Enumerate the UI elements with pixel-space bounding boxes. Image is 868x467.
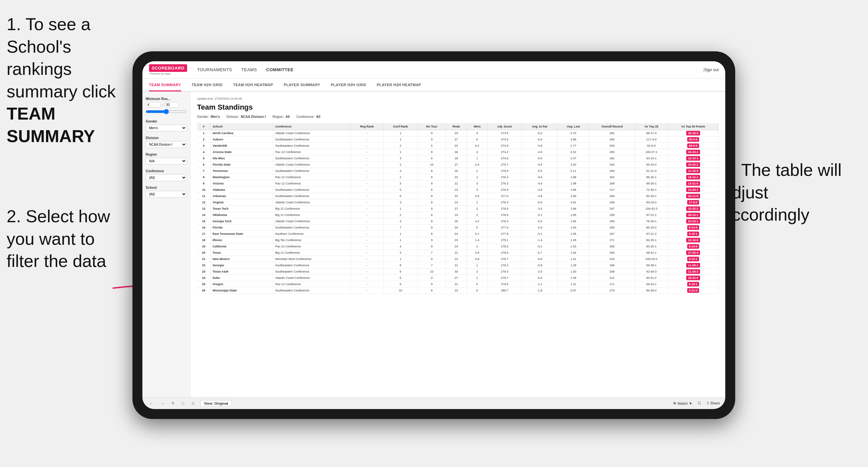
- sign-out-button[interactable]: Sign out: [704, 68, 719, 72]
- score-badge: 33-25-2: [686, 162, 700, 167]
- rank-to-input[interactable]: [164, 102, 179, 107]
- table-row[interactable]: 13Texas TechBig 12 Conference-19272276.9…: [197, 206, 719, 212]
- division-label: Division: [146, 136, 187, 140]
- division-select[interactable]: NCAA Division I NCAA Division II NCAA Di…: [146, 141, 187, 148]
- score-badge: 30-4-0: [687, 137, 699, 142]
- division-section: Division NCAA Division I NCAA Division I…: [146, 136, 187, 148]
- table-row[interactable]: 15Georgia TechAtlantic Coast Conference-…: [197, 218, 719, 224]
- tab-player-summary[interactable]: PLAYER SUMMARY: [284, 79, 320, 91]
- table-row[interactable]: 7TennesseeSoutheastern Conference-481622…: [197, 168, 719, 174]
- table-row[interactable]: 1North CarolinaAtlantic Coast Conference…: [197, 130, 719, 136]
- table-row[interactable]: 17East Tennessee StateSouthern Conferenc…: [197, 231, 719, 237]
- tablet-device: SCOREBOARD Powered by clippi TOURNAMENTS…: [132, 51, 735, 419]
- table-row[interactable]: 18IllinoisBig Ten Conference-19231.4279.…: [197, 237, 719, 243]
- table-body: 1North CarolinaAtlantic Coast Conference…: [197, 130, 719, 294]
- table-row[interactable]: 25OregonPac-12 Conference-59210279.5-1.1…: [197, 281, 719, 287]
- table-row[interactable]: 2AuburnSoutheastern Conference-19276273.…: [197, 136, 719, 143]
- score-badge: 9-24-0: [687, 225, 699, 230]
- nav-teams[interactable]: TEAMS: [241, 67, 257, 73]
- view-original-button[interactable]: View: Original: [200, 400, 232, 407]
- back-button[interactable]: ←: [148, 401, 155, 406]
- gender-filter-display: Gender: Men's: [197, 115, 220, 119]
- table-row[interactable]: 22GeorgiaSoutheastern Conference-8721127…: [197, 262, 719, 269]
- gender-select[interactable]: Men's Women's: [146, 125, 187, 131]
- score-badge: 11-29-1: [686, 263, 700, 268]
- table-row[interactable]: 6Florida StateAtlantic Coast Conference-…: [197, 162, 719, 168]
- table-row[interactable]: 9ArizonaPac-12 Conference-38223276.3-4.6…: [197, 181, 719, 187]
- region-filter-display: Region: All: [273, 115, 290, 119]
- score-badge: 11-19-0: [686, 168, 700, 173]
- sidebar-filters: Minimum Rou... - Gender Men's Women's: [143, 92, 190, 397]
- col-adj-score: Adj. Score: [488, 123, 522, 130]
- table-row[interactable]: 12VirginiaAtlantic Coast Conference-3824…: [197, 199, 719, 206]
- nav-tournaments[interactable]: TOURNAMENTS: [197, 67, 232, 73]
- table-row[interactable]: 23Texas A&MSoutheastern Conference-91030…: [197, 269, 719, 275]
- score-badge: 17-9-0: [687, 200, 699, 205]
- instruction-3: 3. The table will adjust accordingly: [722, 159, 848, 226]
- score-badge: 17-33-3: [686, 250, 700, 255]
- rank-slider[interactable]: [146, 109, 187, 114]
- share-small-button[interactable]: □: [180, 401, 186, 406]
- logo-area: SCOREBOARD Powered by clippi: [149, 64, 187, 75]
- tab-team-h2h-heatmap[interactable]: TEAM H2H HEATMAP: [233, 79, 273, 91]
- table-row[interactable]: 11ArkansasSoutheastern Conference-68233.…: [197, 193, 719, 199]
- table-row[interactable]: 3VanderbiltSoutheastern Conference-25236…: [197, 143, 719, 149]
- forward-button[interactable]: →: [159, 401, 166, 406]
- logo: SCOREBOARD: [149, 64, 187, 72]
- table-row[interactable]: 5Ole MissSoutheastern Conference-3618127…: [197, 155, 719, 162]
- bottom-bar: ← → ↻ □ ⏲ View: Original 👁 Watch ▼ ☷ ⇧ S…: [143, 397, 725, 409]
- table-row[interactable]: 10AlabamaSoutheastern Conference-5623327…: [197, 187, 719, 193]
- sub-nav: TEAM SUMMARY TEAM H2H GRID TEAM H2H HEAT…: [143, 79, 725, 92]
- col-rank: #: [197, 123, 211, 130]
- score-badge: 43-23-1: [686, 150, 700, 154]
- table-row[interactable]: 16FloridaSoutheastern Conference-7924527…: [197, 224, 719, 231]
- score-badge: 11-28-3: [686, 269, 700, 274]
- tab-team-summary[interactable]: TEAM SUMMARY: [149, 79, 181, 91]
- score-badge: 42-18-0: [686, 131, 700, 135]
- col-reg-rank: Reg Rank: [351, 123, 383, 130]
- table-row[interactable]: 24DukeAtlantic Coast Conference-59271279…: [197, 275, 719, 281]
- rank-from-input[interactable]: [146, 102, 161, 107]
- instruction-1: 1. To see a School's rankings summary cl…: [7, 13, 132, 148]
- refresh-button[interactable]: ↻: [169, 400, 177, 406]
- score-badge: 14-21-0: [686, 181, 700, 186]
- nav-committee[interactable]: COMMITTEE: [266, 67, 294, 73]
- clock-icon: ⏲: [189, 401, 197, 406]
- watch-button[interactable]: 👁 Watch ▼: [673, 401, 692, 405]
- score-badge: 15-32-2: [686, 206, 700, 211]
- tab-player-h2h-grid[interactable]: PLAYER H2H GRID: [331, 79, 366, 91]
- table-header: # School Conference Reg Rank Conf Rank N…: [197, 123, 719, 130]
- update-time: Update time: 27/03/2024 16:56:26: [197, 97, 719, 100]
- min-rank-section: Minimum Rou... -: [146, 97, 187, 115]
- conference-select[interactable]: (All): [146, 174, 187, 181]
- share-button[interactable]: ⇧ Share: [706, 401, 720, 405]
- score-badge: 18-23-0: [686, 276, 700, 280]
- table-row[interactable]: 8WashingtonPac-12 Conference-28231276.3-…: [197, 174, 719, 181]
- table-row[interactable]: 26Mississippi StateSoutheastern Conferen…: [197, 287, 719, 294]
- col-school: School: [211, 123, 273, 130]
- school-select[interactable]: (All): [146, 191, 187, 198]
- score-badge: 69-6-0: [687, 144, 699, 148]
- table-row[interactable]: 21New MexicoMountain West Conference-192…: [197, 256, 719, 262]
- col-avg-par: Avg. to Par: [522, 123, 557, 130]
- conference-section: Conference (All): [146, 169, 187, 181]
- tab-player-h2h-heatmap[interactable]: PLAYER H2H HEATMAP: [377, 79, 421, 91]
- content-area: Update time: 27/03/2024 16:56:26 Team St…: [190, 92, 725, 397]
- tab-team-h2h-grid[interactable]: TEAM H2H GRID: [192, 79, 222, 91]
- region-label: Region: [146, 153, 187, 156]
- table-row[interactable]: 20TexasBig 12 Conference-37220.8278.60.7…: [197, 250, 719, 256]
- gender-label: Gender: [146, 120, 187, 123]
- logo-sub: Powered by clippi: [150, 72, 187, 75]
- nav-items: TOURNAMENTS TEAMS COMMITTEE: [197, 67, 703, 73]
- col-vs-top25: Vs Top 25: [635, 123, 668, 130]
- region-select[interactable]: N/A All: [146, 158, 187, 165]
- score-badge: 9-12-1: [687, 257, 699, 261]
- table-row[interactable]: 14OklahomaBig 12 Conference-28242276.6-5…: [197, 212, 719, 218]
- region-section: Region N/A All: [146, 153, 187, 165]
- rank-range: -: [146, 102, 187, 107]
- table-row[interactable]: 19CaliforniaPac-12 Conference-48242278.2…: [197, 243, 719, 250]
- standings-table: # School Conference Reg Rank Conf Rank N…: [197, 123, 719, 294]
- col-wins: Wins: [467, 123, 488, 130]
- table-row[interactable]: 4Arizona StatePac-12 Conference-18264274…: [197, 149, 719, 155]
- score-badge: 9-10-1: [687, 231, 699, 236]
